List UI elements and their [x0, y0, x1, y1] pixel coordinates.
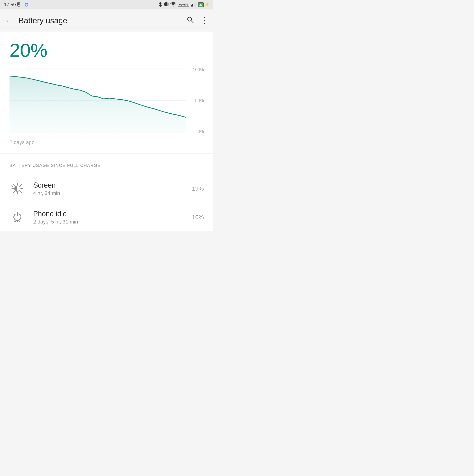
svg-rect-9 — [195, 2, 196, 6]
vowifi-label: VoWiFi — [178, 3, 189, 7]
chart-label-0: 0% — [188, 129, 204, 134]
search-button[interactable] — [186, 16, 194, 25]
battery-icon: 20 ⚡ — [198, 2, 209, 7]
battery-percent-section: 20% — [0, 32, 213, 65]
svg-rect-6 — [191, 5, 192, 6]
screen-percent: 19% — [192, 185, 204, 192]
chart-wrapper: 100% 50% 0% — [9, 65, 204, 136]
chart-labels: 100% 50% 0% — [188, 65, 204, 136]
screen-usage-text: Screen 4 hr, 34 min — [33, 181, 192, 196]
svg-line-30 — [13, 191, 14, 193]
svg-line-27 — [13, 185, 14, 186]
chart-time-label: 2 days ago — [0, 136, 213, 153]
bluetooth-icon — [159, 2, 162, 8]
signal-icon — [191, 2, 196, 7]
wifi-icon — [170, 2, 176, 7]
phone-idle-percent: 10% — [192, 214, 204, 221]
battery-chart: 100% 50% 0% — [0, 65, 213, 136]
page-title: Battery usage — [18, 16, 67, 25]
svg-rect-3 — [164, 3, 165, 5]
app-bar: ← Battery usage ⋮ — [0, 9, 213, 32]
more-button[interactable]: ⋮ — [200, 16, 209, 25]
svg-point-33 — [17, 221, 18, 222]
status-left: 17:59 G — [4, 2, 28, 8]
time-display: 17:59 — [4, 2, 16, 7]
sim-icon — [17, 2, 23, 7]
phone-idle-name: Phone idle — [33, 210, 192, 218]
section-header: BATTERY USAGE SINCE FULL CHARGE — [0, 153, 213, 174]
phone-idle-detail: 2 days, 5 hr, 31 min — [33, 219, 192, 225]
back-button[interactable]: ← — [5, 16, 12, 25]
svg-point-34 — [19, 221, 20, 222]
svg-rect-4 — [168, 3, 168, 5]
app-bar-right: ⋮ — [186, 16, 209, 25]
usage-item-screen[interactable]: Screen 4 hr, 34 min 19% — [0, 174, 213, 203]
svg-line-28 — [20, 191, 21, 193]
svg-rect-8 — [194, 3, 195, 6]
svg-rect-7 — [192, 4, 193, 6]
svg-marker-20 — [11, 185, 13, 187]
svg-point-5 — [173, 6, 174, 6]
app-bar-left: ← Battery usage — [5, 16, 67, 25]
chart-svg-area — [9, 65, 186, 136]
svg-rect-2 — [165, 2, 167, 6]
phone-idle-icon — [9, 209, 25, 225]
svg-point-32 — [14, 221, 16, 222]
status-bar: 17:59 G — [0, 0, 213, 9]
vibrate-icon — [164, 2, 168, 8]
battery-percent-value: 20% — [9, 40, 47, 61]
status-right: VoWiFi 20 ⚡ — [159, 2, 209, 8]
usage-item-phone-idle[interactable]: Phone idle 2 days, 5 hr, 31 min 10% — [0, 203, 213, 231]
phone-idle-text: Phone idle 2 days, 5 hr, 31 min — [33, 210, 192, 225]
chart-label-50: 50% — [188, 98, 204, 103]
google-g-icon: G — [24, 2, 28, 8]
svg-line-29 — [20, 185, 21, 186]
svg-rect-1 — [18, 3, 19, 5]
screen-icon — [9, 181, 25, 196]
svg-line-11 — [191, 20, 193, 23]
screen-detail: 4 hr, 34 min — [33, 190, 192, 196]
content-area: 20% — [0, 32, 213, 231]
chart-label-100: 100% — [188, 67, 204, 72]
screen-name: Screen — [33, 181, 192, 189]
